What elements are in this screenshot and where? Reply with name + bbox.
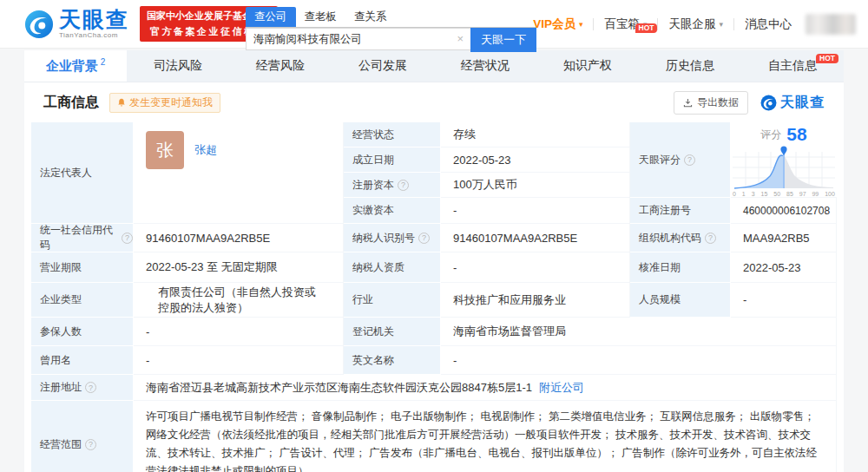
user-avatar[interactable]: [806, 14, 856, 35]
label-former-name: 曾用名: [31, 346, 134, 375]
tab-label: 历史信息: [666, 58, 714, 74]
notify-label: 发生变更时通知我: [129, 95, 213, 110]
tab-label: 经营状况: [461, 58, 510, 74]
search-input[interactable]: [246, 28, 470, 50]
tab-judicial-risk[interactable]: 司法风险: [127, 50, 229, 82]
label-operating-status: 经营状态: [344, 122, 441, 148]
menu-enterprise[interactable]: 天眼企服 ▾: [658, 16, 733, 32]
value-approval-date: 2022-05-23: [731, 252, 837, 283]
menu-messages-label: 消息中心: [745, 16, 792, 32]
bell-icon: [117, 98, 126, 108]
score-word: 评分: [760, 128, 781, 142]
help-icon[interactable]: ?: [85, 382, 96, 393]
tab-label: 经营风险: [256, 58, 305, 74]
label-staff-size: 人员规模: [630, 283, 731, 318]
tab-label: 知识产权: [563, 58, 612, 74]
help-icon[interactable]: ?: [85, 439, 96, 450]
label-text: 天眼评分: [639, 153, 681, 167]
label-text: 营业期限: [40, 260, 82, 275]
company-nav-tabs: 企业背景 2 司法风险 经营风险 公司发展 经营状况 知识产权 历史信息 自主信…: [24, 50, 844, 82]
label-taxpayer-qualification: 纳税人资质: [344, 252, 441, 283]
tab-company-development[interactable]: 公司发展: [332, 50, 434, 82]
business-info-table: 法定代表人 张 张超 经营状态 存续 成立日期 2022-05-23 注册资本 …: [31, 122, 837, 472]
brand-text: 天眼查 TianYanCha.com: [59, 9, 129, 39]
value-industry: 科技推广和应用服务业: [441, 283, 630, 318]
menu-vip[interactable]: VIP会员 ▾: [523, 16, 593, 32]
label-registered-address: 注册地址 ?: [31, 375, 134, 401]
label-business-term: 营业期限: [31, 252, 134, 283]
score-bell-curve: [733, 145, 835, 190]
export-label: 导出数据: [697, 95, 739, 110]
label-text: 统一社会信用代码: [40, 224, 118, 252]
search-tab-relation[interactable]: 查关系: [345, 7, 396, 27]
help-icon[interactable]: ?: [398, 180, 409, 191]
label-text: 参保人数: [40, 324, 82, 339]
value-paid-capital: -: [441, 198, 630, 224]
clear-icon[interactable]: ×: [457, 32, 464, 45]
hot-badge: HOT: [816, 54, 838, 63]
label-registration-authority: 登记机关: [344, 318, 441, 346]
value-legal-representative: 张 张超: [134, 122, 344, 224]
value-business-term: 2022-05-23 至 无固定期限: [134, 252, 344, 283]
legal-representative-link[interactable]: 张超: [194, 142, 217, 158]
label-text: 注册资本: [352, 178, 394, 193]
search-tab-boss[interactable]: 查老板: [296, 7, 346, 27]
label-text: 登记机关: [352, 324, 394, 339]
label-text: 曾用名: [40, 353, 71, 368]
value-taxpayer-qualification: -: [441, 252, 630, 283]
value-former-name: -: [134, 346, 344, 375]
tianyancha-logo[interactable]: 天眼查 TianYanCha.com: [24, 9, 129, 39]
label-legal-representative: 法定代表人: [31, 122, 134, 224]
hot-badge: HOT: [635, 23, 658, 33]
menu-messages[interactable]: 消息中心: [734, 16, 802, 32]
score-axis: 01 315 5085 9799 100: [733, 191, 835, 197]
value-registered-capital: 100万人民币: [441, 173, 630, 198]
label-text: 行业: [352, 292, 373, 307]
tab-intellectual-property[interactable]: 知识产权: [536, 50, 639, 82]
address-text: 海南省澄迈县老城高新技术产业示范区海南生态软件园沃克公园8847栋5层1-1: [146, 380, 532, 396]
help-icon[interactable]: ?: [418, 233, 430, 244]
tab-label: 自主信息: [768, 58, 817, 74]
avatar[interactable]: 张: [146, 131, 184, 169]
label-credit-code: 统一社会信用代码 ?: [31, 224, 134, 252]
value-taxpayer-id: 91460107MAA9A2RB5E: [441, 224, 630, 252]
menu-vip-label: VIP会员: [533, 16, 575, 32]
menu-toolbox-label: 百宝箱: [604, 16, 640, 32]
download-icon: [683, 98, 693, 108]
help-icon[interactable]: ?: [684, 154, 695, 166]
section-header: 工商信息 发生变更时通知我 导出数据: [31, 82, 837, 122]
export-data-button[interactable]: 导出数据: [674, 91, 748, 115]
tab-operation-status[interactable]: 经营状况: [434, 50, 536, 82]
label-text: 实缴资本: [352, 203, 394, 218]
label-company-type: 企业类型: [31, 283, 134, 318]
business-info-card: 工商信息 发生变更时通知我 导出数据: [24, 82, 844, 472]
value-credit-code: 91460107MAA9A2RB5E: [134, 224, 344, 252]
nearby-companies-link[interactable]: 附近公司: [539, 380, 584, 396]
label-text: 人员规模: [639, 292, 681, 307]
help-icon[interactable]: ?: [705, 233, 716, 244]
label-establish-date: 成立日期: [344, 148, 441, 173]
watermark-logo: 天眼查: [760, 94, 825, 112]
label-approval-date: 核准日期: [630, 252, 731, 283]
tianyan-score-chart[interactable]: 评分 58 01 315 5085 9799: [731, 122, 837, 198]
value-business-scope: 许可项目广播电视节目制作经营； 音像制品制作； 电子出版物制作； 电视剧制作； …: [134, 401, 837, 472]
label-english-name: 英文名称: [344, 346, 441, 375]
label-text: 法定代表人: [40, 166, 92, 180]
tab-self-info[interactable]: 自主信息 HOT: [741, 50, 844, 82]
tab-operation-risk[interactable]: 经营风险: [229, 50, 332, 82]
menu-toolbox[interactable]: 百宝箱 ▾ HOT: [594, 16, 657, 32]
notify-on-change-button[interactable]: 发生变更时通知我: [109, 93, 220, 113]
value-establish-date: 2022-05-23: [441, 148, 630, 173]
search-block: 查公司 查老板 查关系 × 天眼一下: [246, 9, 536, 52]
tab-company-background[interactable]: 企业背景 2: [24, 50, 127, 82]
label-text: 核准日期: [639, 260, 681, 275]
label-text: 经营状态: [352, 128, 394, 142]
tab-label: 企业背景: [46, 58, 98, 75]
brand-domain: TianYanCha.com: [59, 32, 129, 39]
search-tab-company[interactable]: 查公司: [246, 7, 296, 27]
value-registration-authority: 海南省市场监督管理局: [441, 318, 837, 346]
section-title: 工商信息: [43, 94, 99, 112]
tab-history-info[interactable]: 历史信息: [639, 50, 741, 82]
help-icon[interactable]: ?: [122, 233, 133, 244]
value-company-type: 有限责任公司（非自然人投资或控股的法人独资）: [134, 283, 344, 318]
